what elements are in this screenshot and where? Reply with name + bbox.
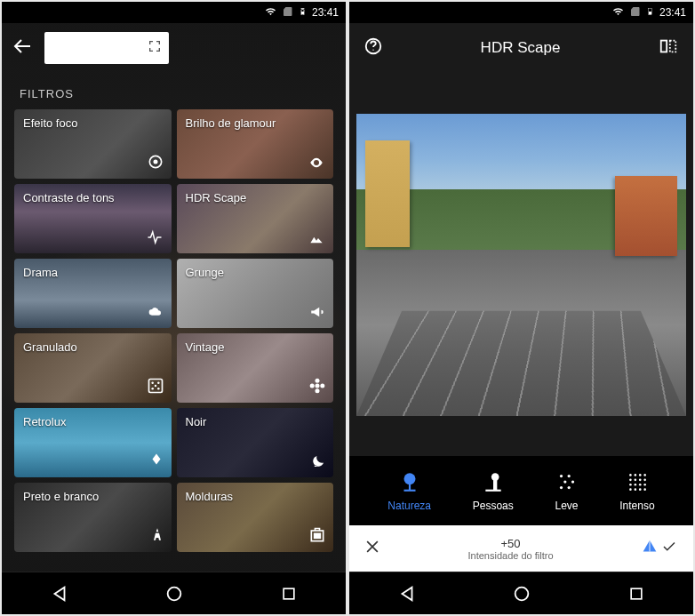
- svg-point-29: [559, 474, 562, 476]
- fullscreen-icon: [148, 39, 162, 57]
- cancel-button[interactable]: [363, 538, 381, 559]
- filter-tile-granulado[interactable]: Granulado: [14, 333, 172, 403]
- svg-point-33: [559, 485, 562, 488]
- svg-rect-19: [649, 12, 651, 14]
- frame-icon: [308, 526, 326, 547]
- preset-pessoas[interactable]: Pessoas: [473, 470, 514, 512]
- person-icon: [482, 470, 505, 496]
- svg-point-35: [629, 474, 632, 476]
- wifi-icon: [264, 6, 277, 20]
- android-nav-bar: [349, 572, 693, 614]
- android-nav-bar: [2, 572, 346, 614]
- filter-tile-drama[interactable]: Drama: [14, 259, 172, 328]
- svg-point-36: [634, 474, 636, 476]
- battery-icon: [299, 5, 307, 20]
- moon-icon: [310, 453, 326, 472]
- filter-label: Grunge: [186, 266, 224, 279]
- svg-point-41: [639, 478, 642, 481]
- adjust-icon[interactable]: [640, 537, 659, 560]
- nav-recent-button[interactable]: [619, 576, 654, 612]
- dots-dense-icon: [626, 470, 649, 496]
- compare-button[interactable]: [658, 36, 679, 60]
- svg-point-4: [151, 381, 154, 384]
- cloud-icon: [147, 306, 164, 323]
- svg-point-47: [629, 488, 632, 491]
- status-bar: 23:41: [349, 2, 693, 23]
- svg-point-32: [571, 480, 573, 483]
- filter-label: Molduras: [186, 490, 233, 503]
- filter-tile-preto-e-branco[interactable]: Preto e branco: [14, 483, 172, 552]
- filter-tile-brilho-glamour[interactable]: Brilho de glamour: [177, 109, 334, 179]
- preset-intenso[interactable]: Intenso: [619, 470, 654, 512]
- focus-icon: [147, 153, 164, 173]
- svg-point-13: [320, 384, 324, 388]
- svg-rect-25: [403, 489, 415, 491]
- kite-icon: [148, 452, 164, 472]
- help-button[interactable]: [363, 36, 383, 60]
- svg-rect-22: [670, 41, 675, 52]
- svg-point-44: [634, 483, 636, 485]
- nav-home-button[interactable]: [156, 576, 192, 612]
- filter-label: Noir: [186, 415, 207, 428]
- svg-point-40: [634, 478, 636, 481]
- filter-tile-grunge[interactable]: Grunge: [177, 259, 334, 328]
- svg-point-5: [157, 381, 160, 384]
- intensity-display[interactable]: +50 Intensidade do filtro: [381, 537, 640, 561]
- filter-tile-retrolux[interactable]: Retrolux: [14, 408, 172, 477]
- svg-point-51: [515, 587, 528, 600]
- intensity-label: Intensidade do filtro: [381, 550, 640, 561]
- filter-label: Granulado: [23, 340, 77, 354]
- preset-leve[interactable]: Leve: [555, 470, 578, 512]
- apply-button[interactable]: [659, 539, 679, 558]
- photo-preview[interactable]: [349, 73, 693, 456]
- svg-rect-24: [409, 484, 411, 491]
- svg-point-16: [167, 587, 180, 600]
- svg-point-50: [643, 488, 646, 491]
- filter-tile-efeito-foco[interactable]: Efeito foco: [14, 109, 172, 179]
- filter-tile-vintage[interactable]: Vintage: [177, 333, 334, 403]
- nav-back-button[interactable]: [42, 576, 77, 612]
- svg-point-37: [639, 474, 642, 476]
- filter-tile-hdr-scape[interactable]: HDR Scape: [177, 184, 334, 253]
- filter-label: Brilho de glamour: [186, 116, 276, 130]
- hdr-editor-screen: HDR Scape Natureza Pessoas Leve: [349, 23, 693, 572]
- preset-bar: Natureza Pessoas Leve Intenso: [349, 456, 693, 525]
- svg-rect-52: [631, 588, 642, 599]
- nav-home-button[interactable]: [504, 576, 539, 612]
- preset-label: Pessoas: [473, 500, 514, 512]
- status-time: 23:41: [659, 6, 686, 19]
- nav-recent-button[interactable]: [271, 576, 307, 612]
- filter-label: Contraste de tons: [23, 191, 115, 204]
- preset-natureza[interactable]: Natureza: [387, 470, 431, 512]
- search-field[interactable]: [44, 32, 169, 64]
- preset-label: Intenso: [619, 500, 654, 512]
- preset-label: Natureza: [387, 500, 431, 512]
- filter-tile-noir[interactable]: Noir: [177, 408, 334, 477]
- filter-tile-contraste-tons[interactable]: Contraste de tons: [14, 184, 172, 253]
- left-screen: 23:41 FILTROS Efeito foco Brilho de glam…: [2, 2, 346, 614]
- nav-back-button[interactable]: [389, 576, 425, 612]
- svg-rect-17: [284, 588, 294, 599]
- editor-title: HDR Scape: [481, 39, 561, 57]
- eye-icon: [307, 155, 326, 173]
- right-screen: 23:41 HDR Scape Natureza Pessoas: [349, 2, 693, 614]
- svg-point-46: [643, 483, 646, 485]
- svg-rect-0: [301, 12, 304, 14]
- filter-label: Vintage: [186, 340, 225, 354]
- filter-tile-molduras[interactable]: Molduras: [177, 483, 334, 552]
- status-bar: 23:41: [2, 2, 346, 23]
- eiffel-icon: [150, 524, 164, 547]
- filter-grid: Efeito foco Brilho de glamour Contraste …: [2, 109, 346, 552]
- back-button[interactable]: [12, 36, 34, 60]
- svg-rect-28: [485, 489, 500, 491]
- filter-label: Efeito foco: [23, 116, 77, 130]
- svg-point-49: [639, 488, 642, 491]
- svg-rect-21: [661, 41, 667, 52]
- svg-point-6: [154, 385, 156, 388]
- dots-sparse-icon: [555, 470, 579, 496]
- filter-label: Drama: [23, 266, 58, 279]
- status-time: 23:41: [312, 6, 339, 19]
- svg-rect-15: [314, 533, 321, 540]
- filter-label: Retrolux: [23, 415, 66, 428]
- dice-icon: [147, 377, 164, 397]
